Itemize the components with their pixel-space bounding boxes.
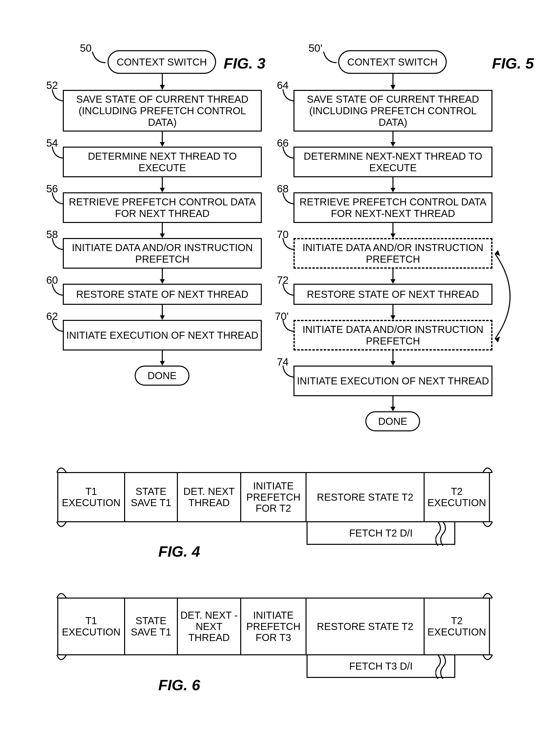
svg-marker-23 xyxy=(391,279,396,284)
leader-icon xyxy=(50,236,65,251)
fig3-box-54-text: DETERMINE NEXT THREAD TO EXECUTE xyxy=(64,149,261,175)
arrow-down-icon xyxy=(391,269,396,284)
fig3-box-60: RESTORE STATE OF NEXT THREAD xyxy=(63,284,262,305)
fig4-cell-1: STATE SAVE T1 xyxy=(125,473,178,521)
leader-icon xyxy=(91,50,106,65)
svg-marker-15 xyxy=(391,85,396,90)
fig4-fetch: FETCH T2 D/I xyxy=(306,522,455,545)
arrow-down-icon xyxy=(160,351,165,366)
leader-icon xyxy=(281,88,296,103)
wavy-break-icon xyxy=(435,522,448,547)
fig5-box-64: SAVE STATE OF CURRENT THREAD (INCLUDING … xyxy=(293,90,493,132)
fig3-box-52: SAVE STATE OF CURRENT THREAD (INCLUDING … xyxy=(63,90,262,132)
fig5-box-74-text: INITIATE EXECUTION OF NEXT THREAD xyxy=(295,374,491,388)
fig5-ref-50p: 50' xyxy=(308,42,322,54)
svg-marker-9 xyxy=(160,279,165,284)
svg-marker-1 xyxy=(160,85,165,90)
arrow-down-icon xyxy=(160,177,165,193)
leader-icon xyxy=(281,145,296,160)
fig5-box-68-text: RETRIEVE PREFETCH CONTROL DATA FOR NEXT-… xyxy=(294,195,492,221)
fig3-box-56-text: RETRIEVE PREFETCH CONTROL DATA FOR NEXT … xyxy=(64,195,261,221)
fig5-box-72-text: RESTORE STATE OF NEXT THREAD xyxy=(305,287,481,302)
arrow-down-icon xyxy=(160,223,165,238)
leader-icon xyxy=(50,282,65,297)
fig6-cell-4: RESTORE STATE T2 xyxy=(306,599,425,654)
svg-marker-25 xyxy=(391,315,396,320)
leader-icon xyxy=(281,318,296,334)
wavy-break-icon xyxy=(435,655,448,680)
svg-marker-5 xyxy=(160,188,165,192)
figure-4-label: FIG. 4 xyxy=(158,543,200,560)
fig5-box-68: RETRIEVE PREFETCH CONTROL DATA FOR NEXT-… xyxy=(293,192,493,223)
arrow-down-icon xyxy=(391,305,396,320)
alt-placement-connector xyxy=(493,248,533,344)
arrow-down-icon xyxy=(391,132,396,147)
figure-6-label: FIG. 6 xyxy=(158,677,200,694)
arrow-down-icon xyxy=(391,177,396,193)
svg-marker-7 xyxy=(160,233,165,238)
leader-icon xyxy=(50,145,65,160)
figure-3-label: FIG. 3 xyxy=(224,55,266,72)
fig3-start-text: CONTEXT SWITCH xyxy=(117,56,207,68)
fig3-ref-50: 50 xyxy=(80,42,92,54)
svg-marker-17 xyxy=(391,142,396,147)
arrow-down-icon xyxy=(160,132,165,147)
arrow-down-icon xyxy=(391,396,396,412)
svg-marker-13 xyxy=(160,361,165,366)
leader-icon xyxy=(321,50,337,65)
svg-marker-29 xyxy=(391,407,396,411)
arrow-down-icon xyxy=(160,269,165,284)
svg-marker-19 xyxy=(391,188,396,192)
fig5-done: DONE xyxy=(365,411,420,431)
fig3-box-58-text: INITIATE DATA AND/OR INSTRUCTION PREFETC… xyxy=(64,240,261,266)
fig5-box-70p: INITIATE DATA AND/OR INSTRUCTION PREFETC… xyxy=(293,320,493,351)
fig4-cell-0: T1 EXECUTION xyxy=(57,473,125,521)
fig3-done-text: DONE xyxy=(147,370,177,381)
fig6-timeline: T1 EXECUTION STATE SAVE T1 DET. NEXT -NE… xyxy=(57,598,492,655)
fig4-cell-2: DET. NEXT THREAD xyxy=(178,473,241,521)
leader-icon xyxy=(50,318,65,334)
fig5-box-70p-text: INITIATE DATA AND/OR INSTRUCTION PREFETC… xyxy=(295,322,491,348)
fig3-box-56: RETRIEVE PREFETCH CONTROL DATA FOR NEXT … xyxy=(63,192,262,223)
leader-icon xyxy=(281,282,296,297)
torn-edge-icon xyxy=(56,587,494,599)
fig4-timeline: T1 EXECUTION STATE SAVE T1 DET. NEXT THR… xyxy=(57,472,492,522)
figure-5-label: FIG. 5 xyxy=(492,55,534,72)
leader-icon xyxy=(50,191,65,206)
fig5-box-70-text: INITIATE DATA AND/OR INSTRUCTION PREFETC… xyxy=(295,240,491,266)
leader-icon xyxy=(50,88,65,103)
fig4-cell-5: T2 EXECUTION xyxy=(425,473,490,521)
fig5-done-text: DONE xyxy=(378,416,407,427)
svg-marker-3 xyxy=(160,142,165,147)
fig6-cell-5: T2 EXECUTION xyxy=(425,599,490,654)
fig6-fetch: FETCH T3 D/I xyxy=(306,655,455,678)
svg-marker-21 xyxy=(391,233,396,238)
fig6-fetch-text: FETCH T3 D/I xyxy=(349,660,413,672)
fig6-cell-0: T1 EXECUTION xyxy=(57,599,125,654)
fig5-start: CONTEXT SWITCH xyxy=(338,50,447,74)
arrow-down-icon xyxy=(391,351,396,366)
fig3-done: DONE xyxy=(135,366,189,386)
leader-icon xyxy=(281,191,296,206)
fig5-box-66: DETERMINE NEXT-NEXT THREAD TO EXECUTE xyxy=(293,147,493,177)
fig3-box-60-text: RESTORE STATE OF NEXT THREAD xyxy=(74,287,250,302)
fig4-cell-4: RESTORE STATE T2 xyxy=(306,473,425,521)
arrow-down-icon xyxy=(391,223,396,238)
leader-icon xyxy=(281,364,296,379)
fig6-cell-1: STATE SAVE T1 xyxy=(125,599,178,654)
fig4-cell-3: INITIATE PREFETCH FOR T2 xyxy=(241,473,306,521)
fig5-box-72: RESTORE STATE OF NEXT THREAD xyxy=(293,284,493,305)
fig3-box-62-text: INITIATE EXECUTION OF NEXT THREAD xyxy=(64,328,261,343)
fig5-box-66-text: DETERMINE NEXT-NEXT THREAD TO EXECUTE xyxy=(294,149,492,175)
page: FIG. 3 CONTEXT SWITCH 50 SAVE STATE OF C… xyxy=(0,0,552,756)
fig5-box-74: INITIATE EXECUTION OF NEXT THREAD xyxy=(293,366,493,396)
arrow-down-icon xyxy=(391,74,396,90)
fig3-start: CONTEXT SWITCH xyxy=(108,50,216,74)
leader-icon xyxy=(281,236,296,251)
fig3-box-58: INITIATE DATA AND/OR INSTRUCTION PREFETC… xyxy=(63,238,262,269)
torn-edge-icon xyxy=(56,462,494,473)
fig6-cell-2: DET. NEXT -NEXT THREAD xyxy=(178,599,241,654)
fig3-box-54: DETERMINE NEXT THREAD TO EXECUTE xyxy=(63,147,262,177)
fig3-box-62: INITIATE EXECUTION OF NEXT THREAD xyxy=(63,320,262,351)
fig5-start-text: CONTEXT SWITCH xyxy=(347,56,437,68)
